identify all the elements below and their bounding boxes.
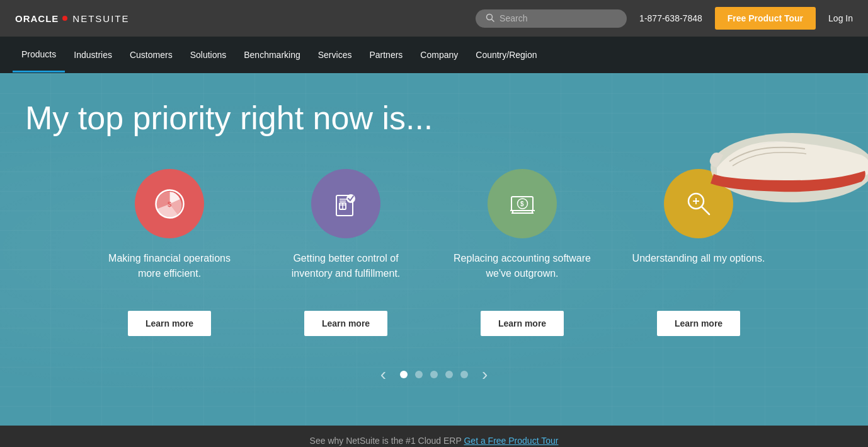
hero-title: My top priority right now is... xyxy=(25,98,529,137)
svg-text:$: $ xyxy=(520,200,524,207)
top-bar-right: 1-877-638-7848 Free Product Tour Log In xyxy=(476,7,853,30)
learn-more-inventory-button[interactable]: Learn more xyxy=(304,311,387,336)
nav-item-industries[interactable]: Industries xyxy=(65,38,121,71)
bottom-bar: See why NetSuite is the #1 Cloud ERP Get… xyxy=(0,426,868,447)
logo: ORACLE NETSUITE xyxy=(15,13,130,24)
nav-item-benchmarking[interactable]: Benchmarking xyxy=(235,38,309,71)
search-icon xyxy=(486,13,494,24)
card-icon-financial: $ xyxy=(135,169,204,238)
card-inventory: Getting better control of inventory and … xyxy=(258,169,434,336)
carousel-dot-3[interactable] xyxy=(430,371,438,378)
oracle-logo-text: ORACLE xyxy=(15,13,59,24)
learn-more-financial-button[interactable]: Learn more xyxy=(128,311,211,336)
carousel-dot-2[interactable] xyxy=(415,371,423,378)
search-input[interactable] xyxy=(500,13,617,23)
carousel-dot-1[interactable] xyxy=(400,371,408,378)
bottom-bar-text: See why NetSuite is the #1 Cloud ERP xyxy=(310,436,464,446)
nav-item-partners[interactable]: Partners xyxy=(360,38,411,71)
learn-more-options-button[interactable]: Learn more xyxy=(657,311,740,336)
top-bar: ORACLE NETSUITE 1-877-638-7848 Free Prod… xyxy=(0,0,868,37)
carousel-prev-button[interactable]: ‹ xyxy=(374,361,392,388)
carousel-dot-4[interactable] xyxy=(445,371,453,378)
nav-item-solutions[interactable]: Solutions xyxy=(181,38,236,71)
card-text-inventory: Getting better control of inventory and … xyxy=(277,251,415,298)
carousel-next-button[interactable]: › xyxy=(476,361,494,388)
netsuite-logo-text: NETSUITE xyxy=(72,13,129,24)
carousel-controls: ‹ › xyxy=(25,361,843,388)
phone-number: 1-877-638-7848 xyxy=(639,13,702,23)
carousel-dot-5[interactable] xyxy=(460,371,468,378)
nav-item-services[interactable]: Services xyxy=(309,38,361,71)
search-box[interactable] xyxy=(476,9,627,28)
nav-bar: Products Industries Customers Solutions … xyxy=(0,37,868,73)
svg-text:$: $ xyxy=(168,200,171,208)
card-financial: $ Making financial operations more effic… xyxy=(81,169,258,336)
oracle-dot xyxy=(62,16,67,21)
card-accounting: $ Replacing accounting software we've ou… xyxy=(434,169,610,336)
card-icon-accounting: $ xyxy=(488,169,557,238)
card-text-financial: Making financial operations more efficie… xyxy=(100,251,239,298)
nav-item-country-region[interactable]: Country/Region xyxy=(467,38,545,71)
shoe-decoration xyxy=(666,86,868,212)
nav-item-customers[interactable]: Customers xyxy=(121,38,181,71)
card-text-options: Understanding all my options. xyxy=(632,251,765,298)
svg-line-1 xyxy=(492,19,494,21)
free-product-tour-button[interactable]: Free Product Tour xyxy=(715,7,816,30)
learn-more-accounting-button[interactable]: Learn more xyxy=(481,311,564,336)
nav-item-products[interactable]: Products xyxy=(13,38,65,73)
bottom-bar-link[interactable]: Get a Free Product Tour xyxy=(464,436,558,446)
login-button[interactable]: Log In xyxy=(828,13,853,23)
nav-item-company[interactable]: Company xyxy=(411,38,467,71)
card-text-accounting: Replacing accounting software we've outg… xyxy=(453,251,591,298)
hero-section: My top priority right now is... $ Making… xyxy=(0,73,868,426)
card-icon-inventory xyxy=(311,169,380,238)
